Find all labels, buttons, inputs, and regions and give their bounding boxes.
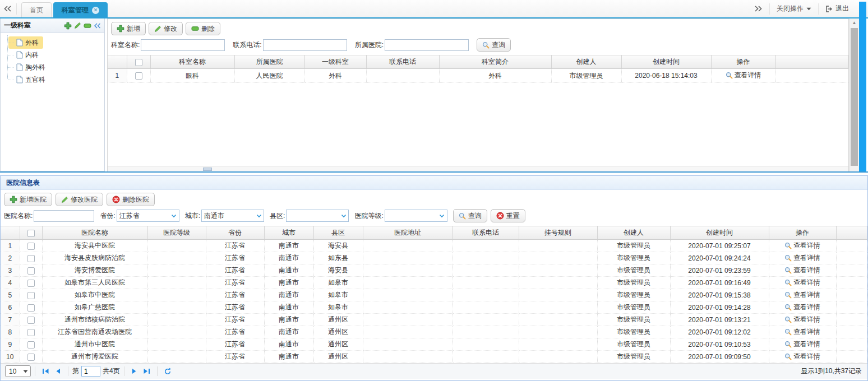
table-cell: [519, 301, 597, 314]
table-row[interactable]: 3海安博爱医院江苏省南通市海安县市级管理员2020-07-01 09:23:59…: [1, 264, 867, 277]
close-operations-dropdown[interactable]: 关闭操作: [769, 3, 818, 15]
table-row[interactable]: 1海安县中医院江苏省南通市海安县市级管理员2020-07-01 09:25:07…: [1, 240, 867, 252]
column-header[interactable]: 操作: [769, 226, 836, 240]
province-select[interactable]: 江苏省: [117, 210, 179, 222]
city-select[interactable]: 南通市: [201, 210, 264, 222]
dept-phone-input[interactable]: [263, 39, 347, 51]
hospital-name-input[interactable]: [34, 210, 94, 222]
close-tab-icon[interactable]: ✕: [92, 7, 99, 14]
view-detail-link[interactable]: 查看详情: [784, 340, 820, 349]
row-checkbox[interactable]: [27, 280, 35, 287]
column-header[interactable]: 创建人: [597, 226, 670, 240]
scroll-tabs-right-icon[interactable]: [747, 3, 769, 15]
last-page-button[interactable]: [141, 366, 153, 377]
next-page-button[interactable]: [128, 366, 141, 377]
table-row[interactable]: 8江苏省国营南通农场医院江苏省南通市通州区市级管理员2020-07-01 09:…: [1, 326, 867, 338]
edit-button[interactable]: 修改: [149, 22, 183, 35]
column-header[interactable]: 所属医院: [234, 55, 304, 69]
column-header[interactable]: 联系电话: [453, 226, 519, 240]
view-detail-link[interactable]: 查看详情: [726, 71, 761, 80]
row-checkbox[interactable]: [27, 317, 35, 324]
table-row[interactable]: 4如皋市第三人民医院江苏省南通市如皋市市级管理员2020-07-01 09:16…: [1, 277, 867, 289]
hospital-reset-button[interactable]: 重置: [491, 209, 525, 222]
column-header[interactable]: 省份: [206, 226, 264, 240]
select-all-checkbox[interactable]: [135, 59, 142, 66]
table-cell: 2020-07-01 09:16:49: [670, 277, 769, 289]
row-checkbox[interactable]: [27, 243, 35, 250]
tab-department-management[interactable]: 科室管理 ✕: [53, 2, 108, 17]
first-page-button[interactable]: [39, 366, 52, 377]
dept-hospital-input[interactable]: [385, 39, 469, 51]
view-detail-link[interactable]: 查看详情: [784, 253, 820, 263]
row-checkbox[interactable]: [27, 304, 35, 312]
horizontal-scrollbar-thumb[interactable]: [203, 168, 212, 171]
column-header[interactable]: 创建人: [551, 55, 621, 69]
view-detail-link[interactable]: 查看详情: [784, 266, 820, 275]
table-row[interactable]: 5如皋市中医院江苏省南通市如皋市市级管理员2020-07-01 09:15:38…: [1, 289, 867, 301]
tree-item[interactable]: 内科: [8, 49, 43, 61]
page-scrollbar[interactable]: [859, 2, 866, 171]
table-row[interactable]: 6如皋广慈医院江苏省南通市如皋市市级管理员2020-07-01 09:14:28…: [1, 301, 867, 314]
table-row[interactable]: 1眼科人民医院外科外科市级管理员2020-06-18 15:14:03查看详情: [108, 69, 848, 83]
tree-item[interactable]: 胸外科: [8, 61, 50, 73]
column-header[interactable]: 一级科室: [304, 55, 366, 69]
view-detail-link[interactable]: 查看详情: [784, 241, 820, 250]
view-detail-link[interactable]: 查看详情: [784, 352, 820, 361]
scrollbar-up-arrow[interactable]: ▲: [849, 20, 859, 26]
column-header[interactable]: 城市: [264, 226, 313, 240]
row-checkbox[interactable]: [27, 267, 35, 275]
row-checkbox[interactable]: [27, 354, 35, 361]
column-header[interactable]: 医院等级: [147, 226, 206, 240]
view-detail-link[interactable]: 查看详情: [784, 290, 820, 300]
row-checkbox[interactable]: [27, 255, 35, 262]
tree-item[interactable]: 外科: [8, 36, 43, 49]
county-select[interactable]: [286, 210, 349, 222]
tab-home[interactable]: 首页: [21, 2, 52, 17]
refresh-button[interactable]: [161, 366, 174, 377]
hospital-level-select[interactable]: [385, 210, 447, 222]
column-header[interactable]: 医院地址: [363, 226, 453, 240]
view-detail-link[interactable]: 查看详情: [784, 315, 820, 324]
select-all-checkbox[interactable]: [27, 230, 35, 237]
column-header[interactable]: 县区: [313, 226, 363, 240]
column-header[interactable]: 挂号规则: [519, 226, 597, 240]
column-header[interactable]: 联系电话: [366, 55, 439, 69]
add-hospital-button[interactable]: 新增医院: [4, 193, 52, 206]
table-row[interactable]: 10通州市博爱医院江苏省南通市通州区市级管理员2020-07-01 09:09:…: [1, 351, 867, 363]
dept-hospital-label: 所属医院:: [355, 40, 384, 50]
collapse-panel-icon[interactable]: [94, 23, 101, 29]
page-size-select[interactable]: 10: [5, 365, 31, 377]
dept-name-input[interactable]: [141, 39, 225, 51]
page-number-input[interactable]: [81, 366, 100, 377]
tree-edit-icon[interactable]: [74, 22, 81, 29]
view-detail-link[interactable]: 查看详情: [784, 278, 820, 287]
table-row[interactable]: 2海安县皮肤病防治院江苏省南通市如东县市级管理员2020-07-01 09:24…: [1, 252, 867, 264]
tree-item[interactable]: 五官科: [8, 73, 50, 86]
scroll-tabs-left-icon[interactable]: [3, 3, 17, 15]
table-row[interactable]: 9通州市中医院江苏省南通市通州区市级管理员2020-07-01 09:10:53…: [1, 338, 867, 351]
prev-page-button[interactable]: [52, 366, 64, 377]
column-header[interactable]: 创建时间: [621, 55, 711, 69]
row-checkbox[interactable]: [27, 329, 35, 336]
edit-hospital-button[interactable]: 修改医院: [56, 193, 103, 206]
row-checkbox[interactable]: [135, 72, 142, 80]
tree-add-icon[interactable]: [64, 22, 72, 30]
hospital-query-button[interactable]: 查询: [453, 209, 487, 222]
table-row[interactable]: 7通州市结核病防治院江苏省南通市通州区市级管理员2020-07-01 09:13…: [1, 314, 867, 326]
view-detail-link[interactable]: 查看详情: [784, 327, 820, 337]
column-header[interactable]: 操作: [711, 55, 775, 69]
vertical-scrollbar-thumb[interactable]: [851, 28, 858, 166]
column-header[interactable]: 医院名称: [42, 226, 147, 240]
column-header[interactable]: 科室简介: [439, 55, 551, 69]
tree-delete-icon[interactable]: [84, 23, 91, 29]
logout-button[interactable]: 退出: [818, 3, 856, 15]
row-checkbox[interactable]: [27, 292, 35, 299]
dept-query-button[interactable]: 查询: [477, 38, 511, 52]
row-checkbox[interactable]: [27, 341, 35, 349]
delete-button[interactable]: 删除: [186, 22, 220, 35]
delete-hospital-button[interactable]: 删除医院: [107, 193, 155, 206]
view-detail-link[interactable]: 查看详情: [784, 303, 820, 312]
column-header[interactable]: 科室名称: [150, 55, 234, 69]
add-button[interactable]: 新增: [111, 22, 146, 35]
column-header[interactable]: 创建时间: [670, 226, 769, 240]
